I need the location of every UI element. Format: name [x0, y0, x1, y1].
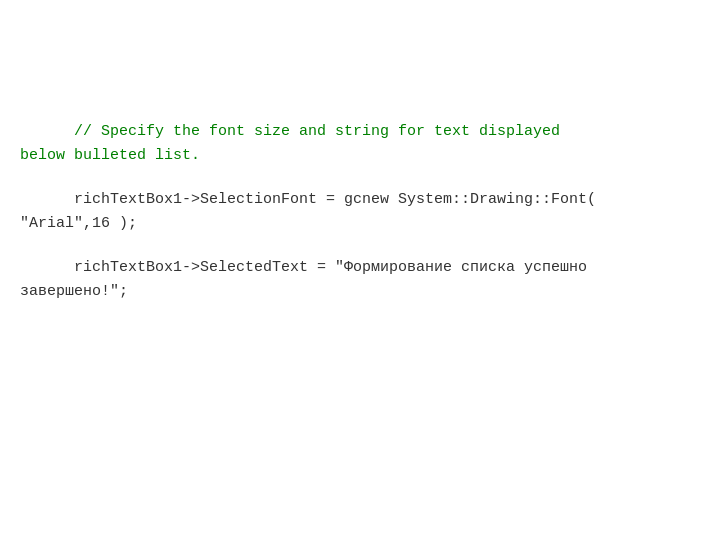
selection-font-line-1: richTextBox1->SelectionFont = gcnew Syst… — [20, 188, 700, 212]
comment-line-2: below bulleted list. — [20, 144, 700, 168]
selected-text-line-2: завершено!"; — [20, 280, 700, 304]
code-block: // Specify the font size and string for … — [0, 120, 720, 304]
spacer-1 — [20, 168, 700, 188]
selection-font-line-2: "Arial",16 ); — [20, 212, 700, 236]
selected-text-line-1: richTextBox1->SelectedText = "Формирован… — [20, 256, 700, 280]
spacer-2 — [20, 236, 700, 256]
comment-line-1: // Specify the font size and string for … — [20, 120, 700, 144]
code-container: // Specify the font size and string for … — [0, 0, 720, 540]
